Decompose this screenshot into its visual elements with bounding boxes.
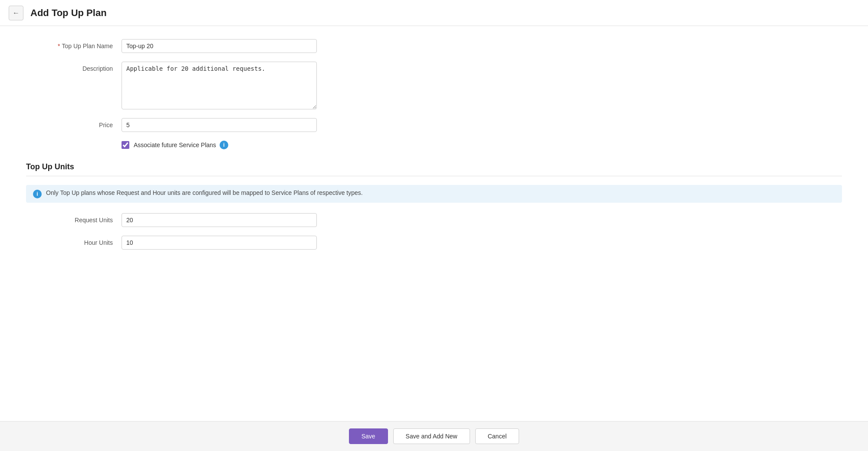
request-units-input[interactable] [122, 213, 317, 227]
top-up-units-title: Top Up Units [26, 162, 842, 171]
info-banner: i Only Top Up plans whose Request and Ho… [26, 185, 842, 203]
name-input[interactable] [122, 39, 317, 53]
info-banner-text: Only Top Up plans whose Request and Hour… [46, 189, 363, 196]
cancel-button[interactable]: Cancel [475, 428, 519, 444]
description-input[interactable]: Applicable for 20 additional requests. [122, 62, 317, 109]
footer: Save Save and Add New Cancel [0, 421, 868, 451]
name-label: *Top Up Plan Name [26, 39, 122, 49]
back-icon: ← [13, 9, 20, 17]
hour-units-input[interactable] [122, 236, 317, 250]
content-area: *Top Up Plan Name Description Applicable… [0, 26, 868, 421]
back-button[interactable]: ← [9, 6, 23, 20]
page-wrapper: ← Add Top Up Plan *Top Up Plan Name Desc… [0, 0, 868, 451]
save-and-add-button[interactable]: Save and Add New [393, 428, 470, 444]
request-units-row: Request Units [26, 213, 842, 227]
hour-units-row: Hour Units [26, 236, 842, 250]
name-row: *Top Up Plan Name [26, 39, 842, 53]
price-input[interactable] [122, 118, 317, 132]
required-star: * [58, 43, 60, 49]
save-button[interactable]: Save [349, 428, 388, 444]
form-section: *Top Up Plan Name Description Applicable… [26, 39, 842, 149]
section-divider [26, 176, 842, 176]
associate-info-icon[interactable]: i [220, 141, 228, 149]
associate-row: Associate future Service Plans i [122, 141, 842, 149]
price-row: Price [26, 118, 842, 132]
request-units-label: Request Units [26, 213, 122, 224]
description-row: Description Applicable for 20 additional… [26, 62, 842, 109]
hour-units-label: Hour Units [26, 236, 122, 246]
price-label: Price [26, 118, 122, 128]
associate-label: Associate future Service Plans [134, 142, 216, 148]
top-up-units-section: Top Up Units i Only Top Up plans whose R… [26, 162, 842, 250]
associate-checkbox[interactable] [122, 141, 129, 149]
info-banner-icon: i [33, 190, 42, 198]
page-title: Add Top Up Plan [30, 7, 107, 19]
header: ← Add Top Up Plan [0, 0, 868, 26]
description-label: Description [26, 62, 122, 72]
